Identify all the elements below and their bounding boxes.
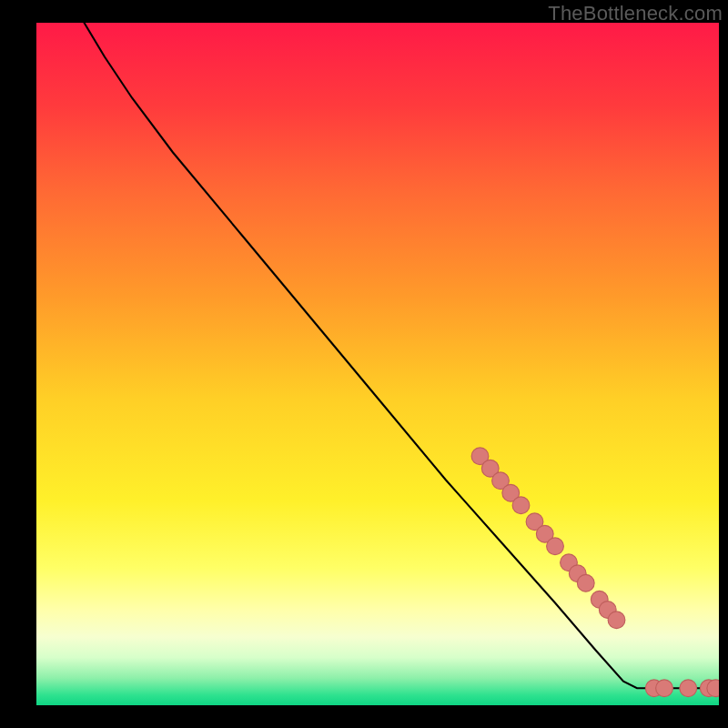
data-marker — [577, 574, 594, 592]
data-marker — [656, 680, 673, 697]
data-marker — [547, 538, 564, 555]
gradient-background — [36, 23, 719, 705]
data-marker — [680, 680, 697, 697]
chart-frame: TheBottleneck.com — [0, 0, 728, 728]
watermark-label: TheBottleneck.com — [548, 2, 723, 25]
data-marker — [707, 680, 719, 697]
data-marker — [512, 497, 530, 514]
data-marker — [608, 612, 625, 629]
plot-svg — [36, 23, 719, 705]
plot-area — [36, 23, 719, 705]
